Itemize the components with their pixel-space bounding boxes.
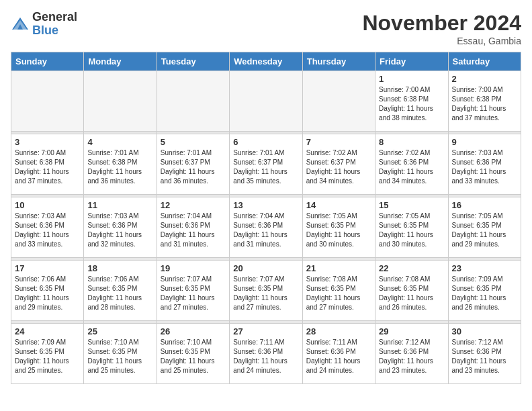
header-tuesday: Tuesday <box>157 52 229 71</box>
calendar-week-4: 17Sunrise: 7:06 AM Sunset: 6:35 PM Dayli… <box>11 261 521 321</box>
day-number: 13 <box>233 200 298 210</box>
day-detail: Sunrise: 7:07 AM Sunset: 6:35 PM Dayligh… <box>233 275 298 312</box>
calendar-cell: 5Sunrise: 7:01 AM Sunset: 6:37 PM Daylig… <box>157 134 229 195</box>
day-number: 22 <box>379 263 444 273</box>
day-number: 7 <box>306 137 371 147</box>
day-detail: Sunrise: 7:00 AM Sunset: 6:38 PM Dayligh… <box>452 85 517 123</box>
calendar-cell <box>11 71 84 132</box>
calendar-cell: 6Sunrise: 7:01 AM Sunset: 6:37 PM Daylig… <box>230 134 302 195</box>
day-number: 10 <box>15 200 80 210</box>
day-number: 11 <box>87 200 152 210</box>
calendar-cell: 23Sunrise: 7:09 AM Sunset: 6:35 PM Dayli… <box>448 261 521 321</box>
header-saturday: Saturday <box>448 52 521 71</box>
calendar-week-2: 3Sunrise: 7:00 AM Sunset: 6:38 PM Daylig… <box>11 134 521 195</box>
logo-icon <box>11 15 30 34</box>
calendar: SundayMondayTuesdayWednesdayThursdayFrid… <box>11 52 521 384</box>
day-detail: Sunrise: 7:04 AM Sunset: 6:36 PM Dayligh… <box>233 212 298 249</box>
calendar-cell: 15Sunrise: 7:05 AM Sunset: 6:35 PM Dayli… <box>375 197 448 258</box>
calendar-cell: 22Sunrise: 7:08 AM Sunset: 6:35 PM Dayli… <box>375 261 448 321</box>
page-header: General Blue November 2024 Essau, Gambia <box>11 11 521 46</box>
day-detail: Sunrise: 7:01 AM Sunset: 6:37 PM Dayligh… <box>233 148 298 186</box>
day-detail: Sunrise: 7:03 AM Sunset: 6:36 PM Dayligh… <box>452 148 517 186</box>
day-number: 21 <box>306 263 371 273</box>
header-monday: Monday <box>84 52 157 71</box>
calendar-week-3: 10Sunrise: 7:03 AM Sunset: 6:36 PM Dayli… <box>11 197 521 258</box>
calendar-header-row: SundayMondayTuesdayWednesdayThursdayFrid… <box>11 52 521 71</box>
day-number: 23 <box>452 263 517 273</box>
calendar-cell: 7Sunrise: 7:02 AM Sunset: 6:37 PM Daylig… <box>302 134 375 195</box>
calendar-cell: 3Sunrise: 7:00 AM Sunset: 6:38 PM Daylig… <box>11 134 84 195</box>
calendar-cell: 12Sunrise: 7:04 AM Sunset: 6:36 PM Dayli… <box>157 197 229 258</box>
day-number: 4 <box>87 137 152 147</box>
calendar-cell <box>302 71 375 132</box>
day-number: 16 <box>452 200 517 210</box>
day-number: 6 <box>233 137 298 147</box>
day-detail: Sunrise: 7:02 AM Sunset: 6:36 PM Dayligh… <box>379 148 444 186</box>
day-detail: Sunrise: 7:06 AM Sunset: 6:35 PM Dayligh… <box>15 275 80 312</box>
calendar-cell: 11Sunrise: 7:03 AM Sunset: 6:36 PM Dayli… <box>84 197 157 258</box>
calendar-cell: 30Sunrise: 7:12 AM Sunset: 6:36 PM Dayli… <box>448 324 521 384</box>
day-detail: Sunrise: 7:05 AM Sunset: 6:35 PM Dayligh… <box>452 212 517 249</box>
calendar-cell: 1Sunrise: 7:00 AM Sunset: 6:38 PM Daylig… <box>375 71 448 132</box>
logo-general-text: General <box>32 11 77 24</box>
title-section: November 2024 Essau, Gambia <box>362 11 521 46</box>
day-detail: Sunrise: 7:09 AM Sunset: 6:35 PM Dayligh… <box>452 275 517 312</box>
header-wednesday: Wednesday <box>230 52 302 71</box>
day-detail: Sunrise: 7:04 AM Sunset: 6:36 PM Dayligh… <box>161 212 226 249</box>
calendar-cell: 10Sunrise: 7:03 AM Sunset: 6:36 PM Dayli… <box>11 197 84 258</box>
calendar-week-1: 1Sunrise: 7:00 AM Sunset: 6:38 PM Daylig… <box>11 71 521 132</box>
header-friday: Friday <box>375 52 448 71</box>
day-detail: Sunrise: 7:12 AM Sunset: 6:36 PM Dayligh… <box>379 338 444 375</box>
calendar-cell: 13Sunrise: 7:04 AM Sunset: 6:36 PM Dayli… <box>230 197 302 258</box>
day-number: 12 <box>161 200 226 210</box>
day-detail: Sunrise: 7:01 AM Sunset: 6:37 PM Dayligh… <box>161 148 226 186</box>
location: Essau, Gambia <box>362 36 521 46</box>
month-title: November 2024 <box>362 11 521 36</box>
calendar-cell: 19Sunrise: 7:07 AM Sunset: 6:35 PM Dayli… <box>157 261 229 321</box>
calendar-cell: 28Sunrise: 7:11 AM Sunset: 6:36 PM Dayli… <box>302 324 375 384</box>
day-number: 18 <box>87 263 152 273</box>
calendar-cell: 18Sunrise: 7:06 AM Sunset: 6:35 PM Dayli… <box>84 261 157 321</box>
calendar-cell <box>157 71 229 132</box>
logo-blue-text: Blue <box>32 24 77 38</box>
day-detail: Sunrise: 7:12 AM Sunset: 6:36 PM Dayligh… <box>452 338 517 375</box>
day-number: 26 <box>161 326 226 336</box>
calendar-cell: 17Sunrise: 7:06 AM Sunset: 6:35 PM Dayli… <box>11 261 84 321</box>
calendar-cell: 9Sunrise: 7:03 AM Sunset: 6:36 PM Daylig… <box>448 134 521 195</box>
day-number: 3 <box>15 137 80 147</box>
day-number: 15 <box>379 200 444 210</box>
day-detail: Sunrise: 7:02 AM Sunset: 6:37 PM Dayligh… <box>306 148 371 186</box>
day-number: 20 <box>233 263 298 273</box>
day-number: 2 <box>452 74 517 84</box>
day-number: 30 <box>452 326 517 336</box>
calendar-cell: 8Sunrise: 7:02 AM Sunset: 6:36 PM Daylig… <box>375 134 448 195</box>
calendar-cell: 4Sunrise: 7:01 AM Sunset: 6:38 PM Daylig… <box>84 134 157 195</box>
day-detail: Sunrise: 7:03 AM Sunset: 6:36 PM Dayligh… <box>15 212 80 249</box>
day-number: 1 <box>379 74 444 84</box>
calendar-cell: 2Sunrise: 7:00 AM Sunset: 6:38 PM Daylig… <box>448 71 521 132</box>
header-thursday: Thursday <box>302 52 375 71</box>
day-number: 25 <box>87 326 152 336</box>
day-number: 17 <box>15 263 80 273</box>
day-detail: Sunrise: 7:11 AM Sunset: 6:36 PM Dayligh… <box>306 338 371 375</box>
day-detail: Sunrise: 7:00 AM Sunset: 6:38 PM Dayligh… <box>379 85 444 123</box>
day-detail: Sunrise: 7:08 AM Sunset: 6:35 PM Dayligh… <box>379 275 444 312</box>
calendar-cell <box>230 71 302 132</box>
day-number: 5 <box>161 137 226 147</box>
day-number: 14 <box>306 200 371 210</box>
calendar-cell: 14Sunrise: 7:05 AM Sunset: 6:35 PM Dayli… <box>302 197 375 258</box>
calendar-cell: 24Sunrise: 7:09 AM Sunset: 6:35 PM Dayli… <box>11 324 84 384</box>
day-number: 19 <box>161 263 226 273</box>
day-number: 27 <box>233 326 298 336</box>
day-number: 8 <box>379 137 444 147</box>
header-sunday: Sunday <box>11 52 84 71</box>
day-detail: Sunrise: 7:06 AM Sunset: 6:35 PM Dayligh… <box>87 275 152 312</box>
day-detail: Sunrise: 7:05 AM Sunset: 6:35 PM Dayligh… <box>379 212 444 249</box>
day-detail: Sunrise: 7:05 AM Sunset: 6:35 PM Dayligh… <box>306 212 371 249</box>
calendar-week-5: 24Sunrise: 7:09 AM Sunset: 6:35 PM Dayli… <box>11 324 521 384</box>
day-detail: Sunrise: 7:01 AM Sunset: 6:38 PM Dayligh… <box>87 148 152 186</box>
calendar-cell <box>84 71 157 132</box>
day-detail: Sunrise: 7:00 AM Sunset: 6:38 PM Dayligh… <box>15 148 80 186</box>
day-detail: Sunrise: 7:09 AM Sunset: 6:35 PM Dayligh… <box>15 338 80 375</box>
day-detail: Sunrise: 7:10 AM Sunset: 6:35 PM Dayligh… <box>161 338 226 375</box>
